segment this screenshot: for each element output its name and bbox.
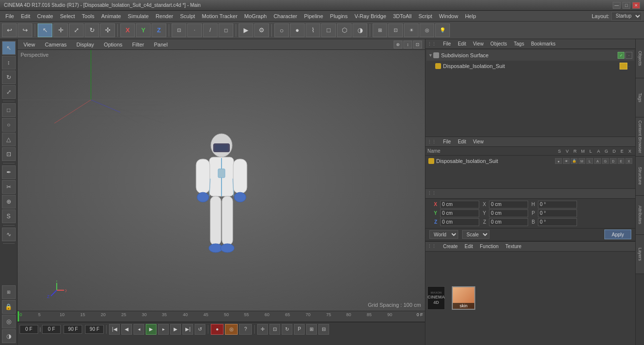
- coord-b-input[interactable]: [538, 218, 577, 226]
- sidebar-scale-btn[interactable]: ⤢: [2, 85, 16, 99]
- motion6-button[interactable]: ⊟: [318, 324, 329, 335]
- all-transform-button[interactable]: ✣: [100, 23, 115, 37]
- sm-suit-item[interactable]: Disposable_Isolation_Suit ● 👁 🔒 M L A G …: [426, 157, 634, 165]
- vp-menu-panel[interactable]: Panel: [151, 41, 171, 48]
- sidebar-paint-btn[interactable]: S: [2, 209, 16, 223]
- om-menu-tags[interactable]: Tags: [512, 41, 526, 47]
- om-menu-edit[interactable]: Edit: [456, 41, 468, 47]
- loop-button[interactable]: ↺: [195, 324, 205, 335]
- om-menu-view[interactable]: View: [471, 41, 486, 47]
- sm-flag-l-val[interactable]: L: [586, 158, 593, 164]
- sidebar-nurbs-btn[interactable]: ⊡: [2, 147, 16, 161]
- timeline-ruler[interactable]: 0 5 10 15 20 25 30 35 40 45 50 55 60 65 …: [18, 311, 425, 322]
- menu-character[interactable]: Character: [270, 12, 300, 20]
- axis-z-button[interactable]: Z: [152, 23, 166, 37]
- vp-menu-filter[interactable]: Filter: [129, 41, 147, 48]
- sm-menu-edit[interactable]: Edit: [456, 138, 468, 145]
- menu-help[interactable]: Help: [462, 12, 480, 20]
- sm-menu-view[interactable]: View: [471, 138, 486, 145]
- coord-p-input[interactable]: [538, 209, 577, 217]
- rotate-tool-button[interactable]: ↻: [85, 23, 99, 37]
- menu-3dtoall[interactable]: 3DToAll: [390, 12, 415, 20]
- menu-render[interactable]: Render: [152, 12, 177, 20]
- sm-flag-a-val[interactable]: A: [594, 158, 601, 164]
- tab-content-browser[interactable]: Content Browser: [636, 117, 644, 157]
- current-frame-input[interactable]: [20, 325, 38, 334]
- menu-simulate[interactable]: Simulate: [124, 12, 152, 20]
- mat-menu-function[interactable]: Function: [478, 243, 500, 250]
- step-forward2-button[interactable]: ▶: [170, 324, 181, 335]
- coord-world-select[interactable]: World Object: [429, 230, 458, 239]
- vp-ctrl-3[interactable]: ⊡: [413, 41, 422, 48]
- menu-motion-tracker[interactable]: Motion Tracker: [199, 12, 241, 20]
- mat-menu-texture[interactable]: Texture: [504, 243, 524, 250]
- coord-size-x-input[interactable]: [489, 201, 528, 208]
- axis-y-button[interactable]: Y: [136, 23, 151, 37]
- sm-flag-g-val[interactable]: G: [602, 158, 609, 164]
- play-button[interactable]: ▶: [146, 324, 156, 335]
- step-forward-button[interactable]: ▸: [158, 324, 169, 335]
- menu-script[interactable]: Script: [415, 12, 436, 20]
- apply-button[interactable]: Apply: [604, 230, 631, 239]
- tab-layers[interactable]: Layers: [636, 235, 644, 274]
- sidebar-move-btn[interactable]: ↕: [2, 56, 16, 69]
- sidebar-lock-btn[interactable]: 🔒: [2, 300, 16, 314]
- key-button[interactable]: ?: [239, 324, 252, 335]
- motion-button[interactable]: ✛: [257, 324, 268, 335]
- sidebar-cube-btn[interactable]: □: [2, 103, 16, 117]
- om-menu-objects[interactable]: Objects: [489, 41, 509, 47]
- menu-tools[interactable]: Tools: [78, 12, 98, 20]
- vp-menu-cameras[interactable]: Cameras: [42, 41, 70, 48]
- vp-ctrl-2[interactable]: ↕: [403, 41, 412, 48]
- model-mode-button[interactable]: ⊡: [172, 23, 186, 37]
- motion4-button[interactable]: P: [294, 324, 305, 335]
- goto-end-button[interactable]: ▶|: [182, 324, 193, 335]
- sm-menu-file[interactable]: File: [441, 138, 453, 145]
- menu-window[interactable]: Window: [436, 12, 462, 20]
- lasso-button[interactable]: ⌇: [306, 23, 320, 37]
- axis-x-button[interactable]: X: [120, 23, 135, 37]
- sidebar-knife-btn[interactable]: ✂: [2, 180, 16, 194]
- menu-plugins[interactable]: Plugins: [327, 12, 351, 20]
- sidebar-grid-btn[interactable]: ⊞: [2, 285, 16, 299]
- texture-button[interactable]: ◑: [353, 23, 367, 37]
- sidebar-rotate-btn[interactable]: ↻: [2, 70, 16, 84]
- lights-tb-button[interactable]: 💡: [435, 23, 450, 37]
- sm-flag-x-val[interactable]: X: [625, 158, 632, 164]
- sidebar-tag-btn[interactable]: ◑: [2, 329, 16, 343]
- null-button[interactable]: ◎: [420, 23, 434, 37]
- motion2-button[interactable]: ⊡: [269, 324, 280, 335]
- viewport[interactable]: Perspective: [18, 50, 425, 311]
- coord-h-input[interactable]: [538, 201, 577, 208]
- om-ctrl-enabled[interactable]: ✓: [618, 52, 624, 59]
- tab-objects[interactable]: Objects: [636, 39, 644, 78]
- tab-structure[interactable]: Structure: [636, 157, 644, 196]
- om-expand-icon[interactable]: ▼: [428, 53, 433, 58]
- edge-mode-button[interactable]: /: [203, 23, 218, 37]
- menu-file[interactable]: File: [2, 12, 18, 20]
- coord-x-input[interactable]: [440, 201, 479, 208]
- om-material-tag[interactable]: [620, 63, 627, 69]
- coord-y-input[interactable]: [440, 209, 479, 217]
- menu-mograph-anim[interactable]: Animate: [98, 12, 124, 20]
- poly-button[interactable]: ⬡: [337, 23, 352, 37]
- maximize-button[interactable]: □: [622, 2, 630, 9]
- layout-select[interactable]: Startup: [611, 12, 642, 21]
- menu-edit[interactable]: Edit: [18, 12, 34, 20]
- sm-flag-s-val[interactable]: ●: [555, 158, 562, 164]
- start-frame-input[interactable]: [42, 325, 61, 334]
- tab-tags[interactable]: Tags: [636, 78, 644, 117]
- motion5-button[interactable]: ⊞: [306, 324, 317, 335]
- render-settings-button[interactable]: ⚙: [254, 23, 269, 37]
- light-button[interactable]: ☀: [404, 23, 419, 37]
- motion3-button[interactable]: ↻: [282, 324, 292, 335]
- coord-scale-select[interactable]: Scale Size: [462, 230, 489, 239]
- goto-start-button[interactable]: |◀: [109, 324, 120, 335]
- sidebar-circle-btn[interactable]: ◎: [2, 315, 16, 328]
- om-ctrl-tag[interactable]: ·: [625, 52, 632, 59]
- vp-ctrl-1[interactable]: ⊕: [394, 41, 402, 48]
- om-menu-bookmarks[interactable]: Bookmarks: [529, 41, 557, 47]
- menu-vray[interactable]: V-Ray Bridge: [351, 12, 390, 20]
- sidebar-spline-btn[interactable]: ∿: [2, 228, 16, 241]
- sidebar-pen-btn[interactable]: ✒: [2, 165, 16, 179]
